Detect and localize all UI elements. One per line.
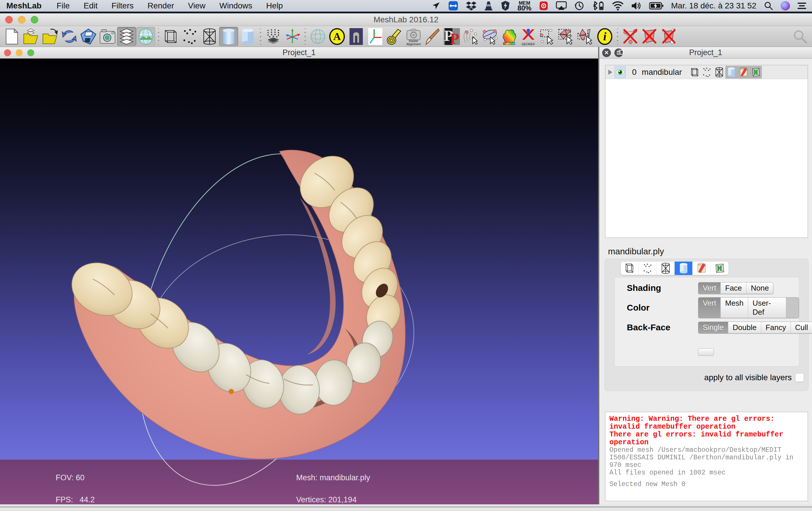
georef-button[interactable]: GEOREF	[519, 27, 538, 46]
menu-render[interactable]: Render	[147, 1, 174, 10]
toolbar-search-icon[interactable]	[790, 27, 810, 46]
backface-cull-option[interactable]: Cull	[791, 322, 812, 333]
alignment-tool-icon[interactable]	[481, 27, 500, 46]
viewport-zoom-button[interactable]	[27, 49, 34, 56]
layers-panel-title-bar[interactable]: ✕ Project_1	[599, 47, 812, 59]
menu-windows[interactable]: Windows	[220, 1, 253, 10]
window-zoom-button[interactable]	[31, 16, 38, 24]
dropbox-icon[interactable]	[466, 1, 476, 11]
delete-faces-button[interactable]	[640, 27, 659, 46]
color-vert-option[interactable]: Vert	[698, 298, 721, 318]
color-userdef-option[interactable]: User-Def	[748, 298, 786, 318]
menu-filters[interactable]: Filters	[112, 1, 134, 10]
battery-icon[interactable]	[649, 1, 664, 11]
point-picking-icon[interactable]	[461, 27, 481, 46]
viewport-minimize-button[interactable]	[16, 49, 23, 56]
expand-arrow-icon[interactable]	[608, 70, 612, 75]
layer-wireframe-icon[interactable]	[713, 66, 725, 79]
tab-texture[interactable]	[710, 262, 728, 275]
background-image-icon[interactable]	[347, 27, 366, 46]
menu-edit[interactable]: Edit	[84, 1, 97, 10]
show-axis-button[interactable]	[366, 27, 385, 46]
color-mesh-option[interactable]: Mesh	[721, 298, 748, 318]
teamviewer-icon[interactable]	[448, 1, 459, 11]
info-button[interactable]: i	[595, 27, 614, 46]
layer-bbox-icon[interactable]	[689, 66, 701, 79]
visibility-eye-icon[interactable]	[615, 66, 626, 78]
location-icon[interactable]	[432, 1, 440, 11]
3d-viewport[interactable]: FOV: 60 FPS: 44.2 BO_RENDERING Mesh: man…	[0, 59, 598, 504]
bluetooth-battery-icon[interactable]	[592, 1, 605, 11]
menu-view[interactable]: View	[188, 1, 205, 10]
delete-faces-vertices-button[interactable]	[659, 27, 678, 46]
user-def-color-button[interactable]	[698, 348, 714, 356]
shield-bolt-icon[interactable]	[501, 1, 510, 11]
layer-smooth-icon[interactable]	[725, 66, 737, 79]
tab-bbox[interactable]	[621, 262, 639, 275]
select-faces-rect-button[interactable]	[576, 27, 595, 46]
tab-points[interactable]	[639, 262, 657, 275]
panel-float-button[interactable]	[614, 48, 623, 57]
trackball-sphere-icon[interactable]	[308, 27, 327, 46]
menu-app-name[interactable]: MeshLab	[6, 1, 41, 10]
voxel-grid-icon[interactable]	[264, 27, 283, 46]
reload-button[interactable]	[60, 27, 79, 46]
window-close-button[interactable]	[5, 16, 13, 24]
open-project-button[interactable]	[22, 27, 40, 46]
texture-params-icon[interactable]: PP	[442, 27, 461, 46]
delete-vertices-button[interactable]	[621, 27, 640, 46]
notification-center-icon[interactable]	[798, 1, 806, 11]
layer-name[interactable]: mandibular	[642, 68, 682, 77]
text-annotation-icon[interactable]: A	[327, 27, 347, 46]
render-points-button[interactable]	[181, 27, 200, 46]
spotlight-search-icon[interactable]	[764, 1, 773, 11]
panel-close-button[interactable]: ✕	[602, 48, 611, 57]
snapshot-button[interactable]	[98, 27, 117, 46]
shading-vert-option[interactable]: Vert	[698, 283, 721, 294]
layer-flat-icon[interactable]	[737, 66, 750, 79]
menu-help[interactable]: Help	[266, 1, 283, 10]
shading-face-option[interactable]: Face	[721, 283, 747, 294]
color-swatch-button[interactable]	[786, 298, 799, 318]
mem-indicator[interactable]: MEM80%	[518, 1, 531, 11]
raster-alignment-button[interactable]: Raster Alignment	[404, 27, 423, 46]
new-project-button[interactable]	[2, 27, 22, 46]
show-layer-dialog-button[interactable]	[117, 27, 136, 46]
render-smooth-button[interactable]	[219, 27, 238, 46]
tab-flat[interactable]	[693, 262, 710, 275]
mandibular-mesh-render[interactable]	[0, 59, 598, 504]
airplay-icon[interactable]	[556, 1, 567, 11]
backface-fancy-option[interactable]: Fancy	[761, 322, 791, 333]
axes-icon[interactable]	[283, 27, 302, 46]
vlc-icon[interactable]	[484, 1, 493, 11]
log-output[interactable]: Warning: Warning: There are gl errors: i…	[605, 412, 808, 501]
red-app-icon[interactable]	[539, 1, 548, 11]
tab-wireframe[interactable]	[657, 262, 675, 275]
layer-texture-icon[interactable]	[750, 66, 762, 79]
shading-none-option[interactable]: None	[747, 283, 773, 294]
render-wireframe-button[interactable]	[200, 27, 219, 46]
siri-icon[interactable]	[781, 1, 790, 10]
import-mesh-button[interactable]	[40, 27, 60, 46]
menu-clock[interactable]: Mar. 18 déc. à 23 31 52	[671, 1, 756, 10]
select-faces-button[interactable]	[557, 27, 576, 46]
wifi-icon[interactable]	[612, 1, 624, 11]
paint-tool-icon[interactable]	[423, 27, 442, 46]
layer-list[interactable]: 0 mandibular	[605, 65, 808, 238]
measure-tool-icon[interactable]	[385, 27, 404, 46]
viewport-close-button[interactable]	[4, 49, 11, 56]
environment-globe-icon[interactable]	[136, 27, 155, 46]
viewport-title-bar[interactable]: Project_1	[0, 47, 598, 59]
tab-smooth[interactable]	[675, 262, 693, 275]
time-machine-icon[interactable]	[574, 1, 584, 11]
backface-double-option[interactable]: Double	[728, 322, 761, 333]
layer-row[interactable]: 0 mandibular	[605, 65, 808, 79]
layer-points-icon[interactable]	[701, 66, 713, 79]
save-button[interactable]	[79, 27, 98, 46]
quality-mapper-icon[interactable]	[500, 27, 519, 46]
window-minimize-button[interactable]	[18, 16, 26, 24]
backface-single-option[interactable]: Single	[698, 322, 728, 333]
render-flat-button[interactable]	[238, 27, 257, 46]
select-vertices-button[interactable]	[538, 27, 557, 46]
render-bbox-button[interactable]	[162, 27, 181, 46]
